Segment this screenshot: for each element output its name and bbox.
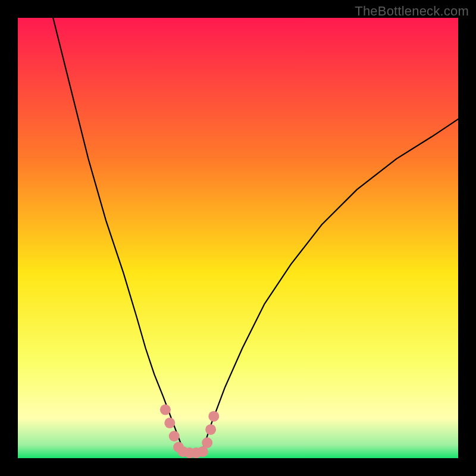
marker-dot <box>164 418 175 428</box>
marker-dot <box>160 405 171 415</box>
plot-svg <box>18 18 458 458</box>
marker-dot <box>208 411 219 422</box>
gradient-background <box>18 18 458 458</box>
marker-dot <box>202 437 212 448</box>
marker-dot <box>169 431 180 441</box>
watermark-text: TheBottleneck.com <box>355 4 469 19</box>
marker-dot <box>205 424 216 435</box>
plot-area <box>18 18 458 458</box>
chart-container: TheBottleneck.com <box>0 0 476 476</box>
